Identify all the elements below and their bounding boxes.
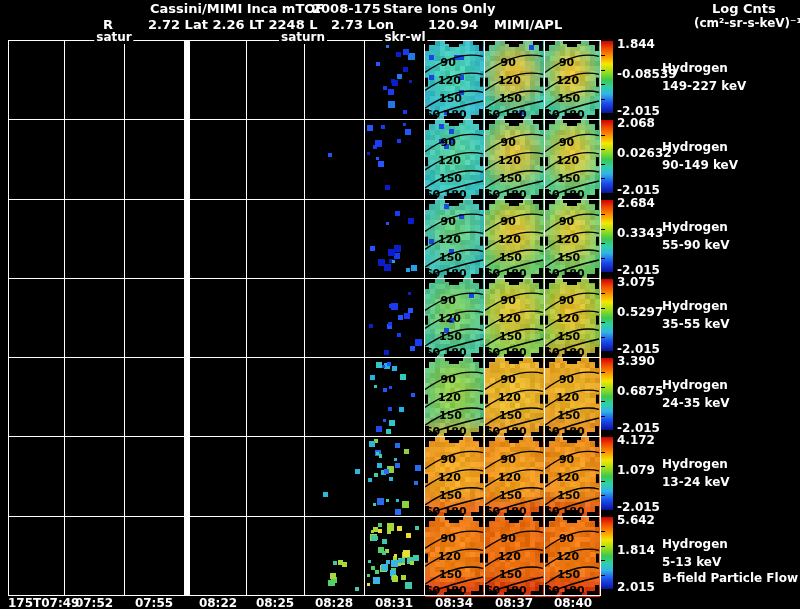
x-tick-label: 08:34	[435, 597, 473, 609]
species-label: Hydrogen	[662, 221, 728, 234]
x-tick-label: 08:40	[554, 597, 592, 609]
colorbar-min-label: 2.015	[617, 581, 655, 594]
x-tick-label: 08:31	[375, 597, 413, 609]
event-marker-label: satur	[94, 31, 133, 44]
species-label: Hydrogen	[662, 141, 728, 154]
colorbar-max-label: 5.642	[617, 514, 655, 527]
species-label: Hydrogen	[662, 62, 728, 75]
colorbar-max-label: 2.068	[617, 117, 655, 130]
energy-label: 35-55 keV	[662, 318, 730, 331]
x-tick-label: 08:22	[199, 597, 237, 609]
energy-label: 5-13 keV	[662, 556, 721, 569]
colorbar-mid-label: 0.5297	[617, 306, 663, 319]
lon-value: 120.94	[428, 18, 478, 32]
event-marker-label: skr-wl	[382, 31, 427, 44]
energy-label: 55-90 keV	[662, 239, 730, 252]
colorbar-max-label: 2.684	[617, 197, 655, 210]
energy-label: 149-227 keV	[662, 80, 746, 93]
x-tick-label: 08:25	[256, 597, 294, 609]
species-label: Hydrogen	[662, 538, 728, 551]
x-tick-label: 07:55	[135, 597, 173, 609]
credit-label: MIMI/APL	[494, 18, 562, 32]
x-tick-label: 08:28	[315, 597, 353, 609]
bfield-particle-flow-label: B-field Particle Flow	[640, 572, 798, 585]
energy-label: 24-35 keV	[662, 397, 730, 410]
species-label: Hydrogen	[662, 379, 728, 392]
event-marker-label: saturn	[279, 31, 327, 44]
colorbar-max-label: 1.844	[617, 38, 655, 51]
colorbar-max-label: 3.075	[617, 276, 655, 289]
ions-only-label: Ions Only	[427, 2, 496, 16]
page-title: Cassini/MIMI Inca mTOF	[150, 2, 324, 16]
colorbar-mid-label: 0.6875	[617, 385, 663, 398]
colorbar-mid-label: 0.3343	[617, 227, 663, 240]
date-label: 2008-175	[312, 2, 381, 16]
energy-label: 13-24 keV	[662, 476, 730, 489]
x-tick-label: 08:37	[495, 597, 533, 609]
cassini-mimi-inca-plot: Cassini/MIMI Inca mTOF 2008-175 Stare Io…	[0, 0, 800, 609]
mode-label: Stare	[383, 2, 423, 16]
colorbar-max-label: 4.172	[617, 434, 655, 447]
units-label-line2: (cm²-sr-s-keV)⁻¹	[694, 17, 800, 30]
units-label-line1: Log Cnts	[712, 2, 776, 16]
species-label: Hydrogen	[662, 300, 728, 313]
x-tick-label: 07:52	[75, 597, 113, 609]
colorbar-max-label: 3.390	[617, 355, 655, 368]
species-label: Hydrogen	[662, 458, 728, 471]
x-tick-label: 175T07:49	[8, 597, 79, 609]
energy-label: 90-149 keV	[662, 159, 738, 172]
colorbar-mid-label: 1.814	[617, 544, 655, 557]
colorbar-mid-label: 1.079	[617, 464, 655, 477]
